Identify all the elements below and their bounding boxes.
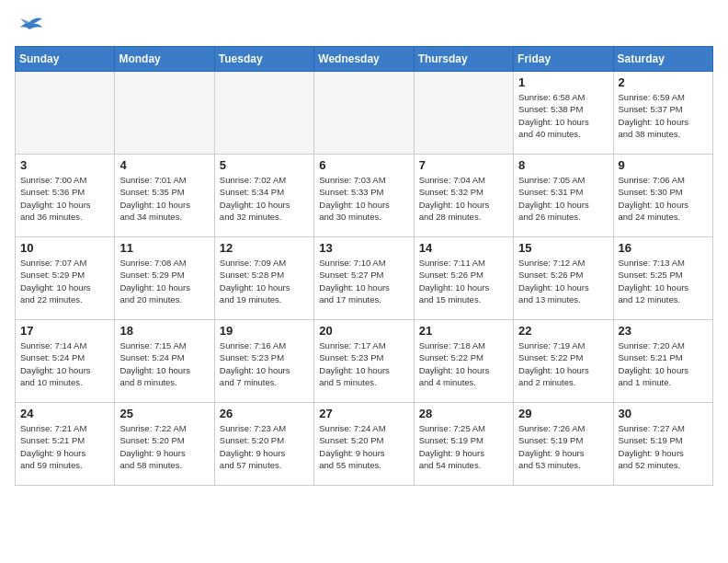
day-number: 2 — [619, 75, 708, 89]
day-number: 29 — [518, 407, 608, 420]
day-number: 30 — [619, 407, 708, 420]
day-info: Sunrise: 7:16 AM Sunset: 5:23 PM Dayligh… — [220, 339, 309, 388]
day-number: 16 — [619, 241, 708, 255]
day-info: Sunrise: 7:14 AM Sunset: 5:24 PM Dayligh… — [20, 339, 109, 388]
day-number: 5 — [220, 158, 309, 172]
table-row: 27Sunrise: 7:24 AM Sunset: 5:20 PM Dayli… — [314, 403, 414, 486]
day-number: 24 — [20, 407, 109, 420]
day-info: Sunrise: 7:25 AM Sunset: 5:19 PM Dayligh… — [419, 422, 508, 471]
day-number: 27 — [319, 407, 408, 420]
table-row: 11Sunrise: 7:08 AM Sunset: 5:29 PM Dayli… — [115, 237, 214, 320]
day-number: 4 — [119, 158, 209, 172]
table-row: 5Sunrise: 7:02 AM Sunset: 5:34 PM Daylig… — [214, 155, 313, 237]
day-info: Sunrise: 7:05 AM Sunset: 5:31 PM Dayligh… — [518, 174, 608, 223]
calendar-table: SundayMondayTuesdayWednesdayThursdayFrid… — [15, 46, 713, 486]
table-row: 4Sunrise: 7:01 AM Sunset: 5:35 PM Daylig… — [115, 155, 214, 237]
day-number: 22 — [518, 324, 608, 338]
table-row — [314, 72, 414, 155]
weekday-header: Wednesday — [314, 47, 414, 72]
day-info: Sunrise: 7:00 AM Sunset: 5:36 PM Dayligh… — [20, 174, 109, 223]
table-row: 9Sunrise: 7:06 AM Sunset: 5:30 PM Daylig… — [613, 155, 712, 237]
table-row: 6Sunrise: 7:03 AM Sunset: 5:33 PM Daylig… — [314, 155, 414, 237]
table-row: 23Sunrise: 7:20 AM Sunset: 5:21 PM Dayli… — [613, 320, 712, 403]
day-number: 3 — [20, 158, 109, 172]
day-number: 26 — [220, 407, 309, 420]
calendar-week-row: 24Sunrise: 7:21 AM Sunset: 5:21 PM Dayli… — [16, 403, 713, 486]
day-info: Sunrise: 7:17 AM Sunset: 5:23 PM Dayligh… — [319, 339, 408, 388]
calendar-week-row: 17Sunrise: 7:14 AM Sunset: 5:24 PM Dayli… — [16, 320, 713, 403]
day-info: Sunrise: 7:13 AM Sunset: 5:25 PM Dayligh… — [619, 257, 708, 305]
day-info: Sunrise: 7:03 AM Sunset: 5:33 PM Dayligh… — [319, 174, 408, 223]
calendar-week-row: 1Sunrise: 6:58 AM Sunset: 5:38 PM Daylig… — [16, 72, 713, 155]
day-number: 17 — [20, 324, 109, 338]
day-info: Sunrise: 7:18 AM Sunset: 5:22 PM Dayligh… — [419, 339, 508, 388]
day-number: 14 — [419, 241, 508, 255]
table-row: 22Sunrise: 7:19 AM Sunset: 5:22 PM Dayli… — [514, 320, 613, 403]
day-number: 18 — [119, 324, 209, 338]
weekday-header: Thursday — [414, 47, 513, 72]
day-number: 25 — [119, 407, 209, 420]
weekday-header: Monday — [115, 47, 214, 72]
weekday-header: Friday — [514, 47, 613, 72]
weekday-header: Saturday — [613, 47, 712, 72]
day-info: Sunrise: 7:04 AM Sunset: 5:32 PM Dayligh… — [419, 174, 508, 223]
day-number: 20 — [319, 324, 408, 338]
day-info: Sunrise: 7:21 AM Sunset: 5:21 PM Dayligh… — [20, 422, 109, 471]
table-row: 25Sunrise: 7:22 AM Sunset: 5:20 PM Dayli… — [115, 403, 214, 486]
table-row: 24Sunrise: 7:21 AM Sunset: 5:21 PM Dayli… — [16, 403, 115, 486]
day-info: Sunrise: 7:01 AM Sunset: 5:35 PM Dayligh… — [119, 174, 209, 223]
day-info: Sunrise: 6:58 AM Sunset: 5:38 PM Dayligh… — [518, 91, 608, 140]
day-number: 1 — [518, 75, 608, 89]
day-info: Sunrise: 7:20 AM Sunset: 5:21 PM Dayligh… — [619, 339, 708, 388]
day-number: 21 — [419, 324, 508, 338]
table-row: 17Sunrise: 7:14 AM Sunset: 5:24 PM Dayli… — [16, 320, 115, 403]
day-info: Sunrise: 7:06 AM Sunset: 5:30 PM Dayligh… — [619, 174, 708, 223]
calendar-week-row: 10Sunrise: 7:07 AM Sunset: 5:29 PM Dayli… — [16, 237, 713, 320]
day-info: Sunrise: 7:11 AM Sunset: 5:26 PM Dayligh… — [419, 257, 508, 305]
logo — [15, 15, 42, 35]
day-number: 15 — [518, 241, 608, 255]
day-info: Sunrise: 7:10 AM Sunset: 5:27 PM Dayligh… — [319, 257, 408, 305]
day-info: Sunrise: 7:23 AM Sunset: 5:20 PM Dayligh… — [220, 422, 309, 471]
day-info: Sunrise: 7:27 AM Sunset: 5:19 PM Dayligh… — [619, 422, 708, 471]
table-row: 26Sunrise: 7:23 AM Sunset: 5:20 PM Dayli… — [214, 403, 313, 486]
table-row: 29Sunrise: 7:26 AM Sunset: 5:19 PM Dayli… — [514, 403, 613, 486]
day-number: 10 — [20, 241, 109, 255]
table-row: 19Sunrise: 7:16 AM Sunset: 5:23 PM Dayli… — [214, 320, 313, 403]
logo-bird-icon — [17, 15, 42, 35]
day-info: Sunrise: 7:09 AM Sunset: 5:28 PM Dayligh… — [220, 257, 309, 305]
day-info: Sunrise: 7:19 AM Sunset: 5:22 PM Dayligh… — [518, 339, 608, 388]
day-number: 7 — [419, 158, 508, 172]
calendar-week-row: 3Sunrise: 7:00 AM Sunset: 5:36 PM Daylig… — [16, 155, 713, 237]
table-row: 30Sunrise: 7:27 AM Sunset: 5:19 PM Dayli… — [613, 403, 712, 486]
day-info: Sunrise: 7:15 AM Sunset: 5:24 PM Dayligh… — [119, 339, 209, 388]
table-row: 16Sunrise: 7:13 AM Sunset: 5:25 PM Dayli… — [613, 237, 712, 320]
day-number: 9 — [619, 158, 708, 172]
day-number: 6 — [319, 158, 408, 172]
table-row — [16, 72, 115, 155]
table-row — [115, 72, 214, 155]
page-header — [15, 15, 713, 35]
table-row: 28Sunrise: 7:25 AM Sunset: 5:19 PM Dayli… — [414, 403, 513, 486]
table-row: 7Sunrise: 7:04 AM Sunset: 5:32 PM Daylig… — [414, 155, 513, 237]
table-row: 10Sunrise: 7:07 AM Sunset: 5:29 PM Dayli… — [16, 237, 115, 320]
table-row: 13Sunrise: 7:10 AM Sunset: 5:27 PM Dayli… — [314, 237, 414, 320]
day-number: 11 — [119, 241, 209, 255]
day-number: 12 — [220, 241, 309, 255]
day-info: Sunrise: 7:26 AM Sunset: 5:19 PM Dayligh… — [518, 422, 608, 471]
day-info: Sunrise: 7:24 AM Sunset: 5:20 PM Dayligh… — [319, 422, 408, 471]
table-row: 20Sunrise: 7:17 AM Sunset: 5:23 PM Dayli… — [314, 320, 414, 403]
day-number: 23 — [619, 324, 708, 338]
table-row: 8Sunrise: 7:05 AM Sunset: 5:31 PM Daylig… — [514, 155, 613, 237]
table-row: 3Sunrise: 7:00 AM Sunset: 5:36 PM Daylig… — [16, 155, 115, 237]
day-info: Sunrise: 7:22 AM Sunset: 5:20 PM Dayligh… — [119, 422, 209, 471]
day-number: 8 — [518, 158, 608, 172]
day-info: Sunrise: 7:02 AM Sunset: 5:34 PM Dayligh… — [220, 174, 309, 223]
day-info: Sunrise: 7:07 AM Sunset: 5:29 PM Dayligh… — [20, 257, 109, 305]
day-number: 19 — [220, 324, 309, 338]
table-row: 1Sunrise: 6:58 AM Sunset: 5:38 PM Daylig… — [514, 72, 613, 155]
day-info: Sunrise: 6:59 AM Sunset: 5:37 PM Dayligh… — [619, 91, 708, 140]
day-number: 28 — [419, 407, 508, 420]
calendar-header-row: SundayMondayTuesdayWednesdayThursdayFrid… — [16, 47, 713, 72]
weekday-header: Tuesday — [214, 47, 313, 72]
